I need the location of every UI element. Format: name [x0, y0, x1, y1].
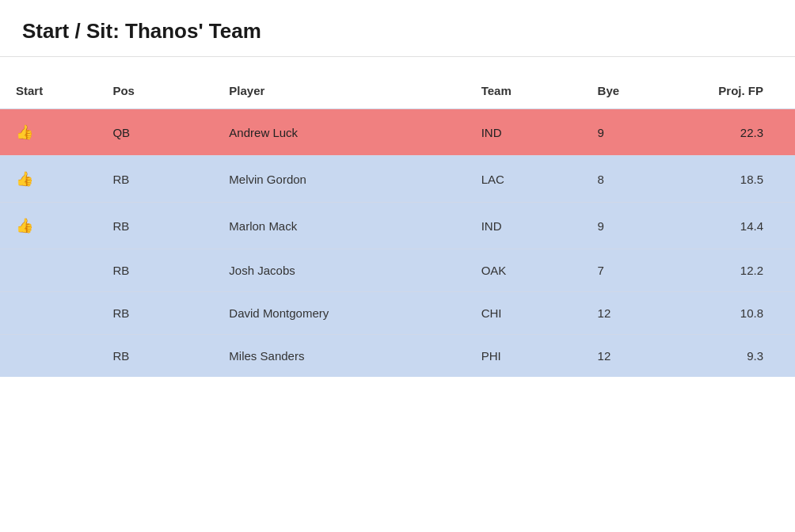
- cell-team: PHI: [466, 335, 582, 378]
- cell-pos: QB: [97, 109, 213, 156]
- cell-start: 👍: [0, 156, 97, 203]
- cell-projfp: 9.3: [679, 335, 795, 378]
- table-row: RBMiles SandersPHI129.3: [0, 335, 795, 378]
- cell-player: Melvin Gordon: [213, 156, 465, 203]
- cell-start: 👍: [0, 109, 97, 156]
- cell-pos: RB: [97, 249, 213, 292]
- cell-team: LAC: [466, 156, 582, 203]
- col-header-player: Player: [213, 73, 465, 109]
- thumbs-up-icon: 👍: [16, 217, 33, 234]
- cell-start: [0, 335, 97, 378]
- table-row: 👍RBMelvin GordonLAC818.5: [0, 156, 795, 203]
- cell-pos: RB: [97, 156, 213, 203]
- cell-player: David Montgomery: [213, 292, 465, 335]
- table-header-row: Start Pos Player Team Bye Proj. FP: [0, 73, 795, 109]
- start-sit-table: Start Pos Player Team Bye Proj. FP 👍QBAn…: [0, 73, 795, 377]
- table-row: 👍RBMarlon MackIND914.4: [0, 203, 795, 249]
- table-container: Start Pos Player Team Bye Proj. FP 👍QBAn…: [0, 57, 795, 377]
- cell-team: IND: [466, 203, 582, 249]
- cell-pos: RB: [97, 203, 213, 249]
- cell-player: Miles Sanders: [213, 335, 465, 378]
- cell-bye: 7: [582, 249, 679, 292]
- col-header-bye: Bye: [582, 73, 679, 109]
- col-header-start: Start: [0, 73, 97, 109]
- thumbs-up-icon: 👍: [16, 124, 33, 141]
- cell-bye: 8: [582, 156, 679, 203]
- cell-projfp: 12.2: [679, 249, 795, 292]
- col-header-team: Team: [466, 73, 582, 109]
- cell-player: Josh Jacobs: [213, 249, 465, 292]
- cell-start: [0, 249, 97, 292]
- cell-projfp: 22.3: [679, 109, 795, 156]
- cell-pos: RB: [97, 335, 213, 378]
- cell-bye: 9: [582, 203, 679, 249]
- cell-player: Marlon Mack: [213, 203, 465, 249]
- cell-bye: 12: [582, 335, 679, 378]
- col-header-pos: Pos: [97, 73, 213, 109]
- cell-bye: 9: [582, 109, 679, 156]
- cell-pos: RB: [97, 292, 213, 335]
- table-row: RBDavid MontgomeryCHI1210.8: [0, 292, 795, 335]
- cell-projfp: 14.4: [679, 203, 795, 249]
- page-header: Start / Sit: Thanos' Team: [0, 0, 795, 57]
- cell-team: CHI: [466, 292, 582, 335]
- table-row: 👍QBAndrew LuckIND922.3: [0, 109, 795, 156]
- cell-team: OAK: [466, 249, 582, 292]
- cell-start: [0, 292, 97, 335]
- col-header-projfp: Proj. FP: [679, 73, 795, 109]
- page-title: Start / Sit: Thanos' Team: [22, 19, 773, 44]
- cell-projfp: 10.8: [679, 292, 795, 335]
- cell-team: IND: [466, 109, 582, 156]
- table-row: RBJosh JacobsOAK712.2: [0, 249, 795, 292]
- thumbs-up-icon: 👍: [16, 170, 33, 188]
- cell-bye: 12: [582, 292, 679, 335]
- cell-player: Andrew Luck: [213, 109, 465, 156]
- cell-start: 👍: [0, 203, 97, 249]
- cell-projfp: 18.5: [679, 156, 795, 203]
